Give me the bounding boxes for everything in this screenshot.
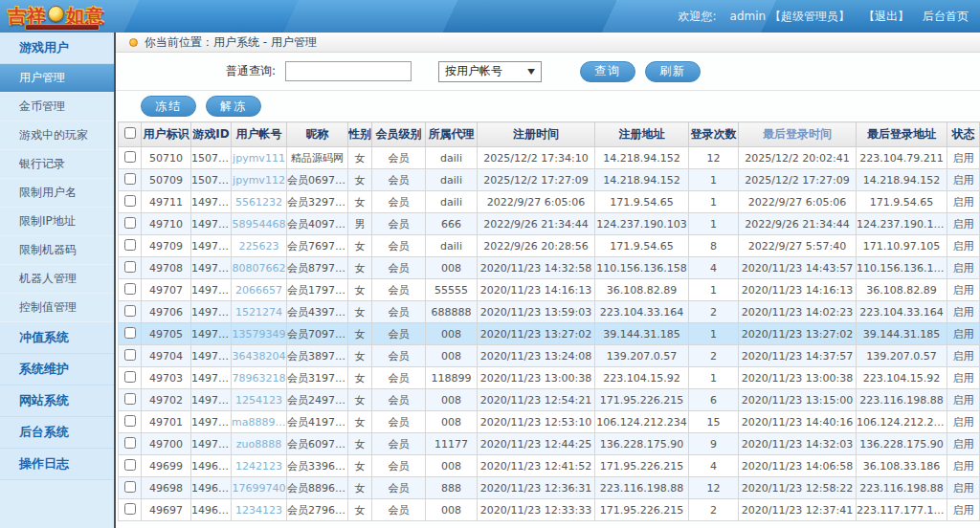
column-header-agent[interactable]: 所属代理 [426,122,478,147]
cell-uid: 49705 [142,323,191,345]
row-checkbox[interactable] [124,415,136,427]
sidebar-group-网站系统[interactable]: 网站系统 [0,385,114,417]
sidebar-item-控制值管理[interactable]: 控制值管理 [0,294,114,322]
cell-check[interactable] [119,433,142,455]
sidebar-item-限制IP地址[interactable]: 限制IP地址 [0,208,114,236]
cell-check[interactable] [119,213,142,235]
row-checkbox[interactable] [124,261,136,273]
cell-check[interactable] [119,411,142,433]
cell-check[interactable] [119,191,142,213]
row-checkbox[interactable] [124,195,136,207]
row-checkbox[interactable] [124,173,136,185]
search-button[interactable]: 查询 [580,61,635,82]
cell-check[interactable] [119,235,142,257]
sidebar-group-冲值系统[interactable]: 冲值系统 [0,322,114,354]
cell-check[interactable] [119,345,142,367]
cell-account[interactable]: zuo8888 [232,433,287,455]
cell-check[interactable] [119,279,142,301]
row-checkbox[interactable] [124,459,136,471]
cell-check[interactable] [119,301,142,323]
row-checkbox[interactable] [124,283,136,295]
batch-actions: 冻结 解冻 [116,94,980,119]
row-checkbox[interactable] [124,349,136,361]
sidebar-item-限制机器码[interactable]: 限制机器码 [0,236,114,265]
cell-check[interactable] [119,499,142,521]
sidebar-item-机器人管理[interactable]: 机器人管理 [0,265,114,294]
cell-account[interactable]: 225623 [232,235,287,257]
backstage-home-link[interactable]: 后台首页 [923,9,969,25]
cell-check[interactable] [119,455,142,477]
cell-check[interactable] [119,147,142,169]
cell-account[interactable]: 78963218 [232,367,287,389]
sidebar-group-后台系统[interactable]: 后台系统 [0,417,114,449]
refresh-button[interactable]: 刷新 [645,61,701,82]
logout-link[interactable]: 【退出】 [863,9,909,25]
column-header-loginCount[interactable]: 登录次数 [689,122,739,147]
cell-gameId: 149699 [191,455,232,477]
cell-account[interactable]: 80807662 [232,257,287,279]
unfreeze-button[interactable]: 解冻 [206,96,261,117]
row-checkbox[interactable] [124,393,136,405]
cell-check[interactable] [119,257,142,279]
row-checkbox[interactable] [124,217,136,229]
column-header-gender[interactable]: 性别 [348,122,372,147]
cell-gameId: 149709 [191,235,232,257]
cell-loginCount: 1 [689,213,739,235]
cell-nickname: 精品源码网 [287,147,348,169]
row-checkbox[interactable] [124,481,136,493]
column-header-level[interactable]: 会员级别 [372,122,426,147]
column-header-regAddr[interactable]: 注册地址 [595,122,689,147]
cell-account[interactable]: 5561232 [232,191,287,213]
cell-account[interactable]: 17699740 [232,477,287,499]
cell-check[interactable] [119,477,142,499]
column-header-account[interactable]: 用户帐号 [232,122,287,147]
cell-account[interactable]: jpymv111 [232,147,287,169]
column-header-lastTime[interactable]: 最后登录时间 [739,122,857,147]
row-checkbox[interactable] [124,371,136,383]
column-header-regTime[interactable]: 注册时间 [478,122,595,147]
column-header-nickname[interactable]: 昵称 [287,122,348,147]
cell-account[interactable]: 58954468 [232,213,287,235]
sidebar-item-银行记录[interactable]: 银行记录 [0,150,114,179]
column-header-gameId[interactable]: 游戏ID [191,122,232,147]
cell-account[interactable]: 36438204 [232,345,287,367]
topbar-user-area: 欢迎您: admin 【超级管理员】 【退出】 后台首页 [679,0,969,33]
query-input[interactable] [285,61,412,81]
sidebar-group-操作日志[interactable]: 操作日志 [0,449,114,480]
cell-account[interactable]: ma888999 [232,411,287,433]
sidebar-group-游戏用户[interactable]: 游戏用户 [0,33,114,64]
cell-gender: 女 [348,345,372,367]
sidebar-group-系统维护[interactable]: 系统维护 [0,354,114,385]
cell-account[interactable]: 1521274 [232,301,287,323]
sidebar-item-用户管理[interactable]: 用户管理 [0,64,114,93]
row-checkbox[interactable] [124,151,136,163]
cell-account[interactable]: 2066657 [232,279,287,301]
row-checkbox[interactable] [124,503,136,515]
row-checkbox[interactable] [124,327,136,339]
sidebar-item-限制用户名[interactable]: 限制用户名 [0,179,114,208]
cell-check[interactable] [119,169,142,191]
column-header-status[interactable]: 状态 [947,122,980,147]
column-header-uid[interactable]: 用户标识 [142,122,191,147]
freeze-button[interactable]: 冻结 [141,96,196,117]
cell-account[interactable]: jpymv112 [232,169,287,191]
cell-gender: 女 [348,323,372,345]
cell-account[interactable]: 13579349 [232,323,287,345]
cell-check[interactable] [119,323,142,345]
column-header-lastAddr[interactable]: 最后登录地址 [857,122,947,147]
cell-check[interactable] [119,367,142,389]
sidebar-item-金币管理[interactable]: 金币管理 [0,93,114,121]
table-row: 4970414970436438204会员389704女会员0082020/11… [119,345,980,367]
select-all-checkbox[interactable] [124,127,136,139]
column-header-check[interactable] [119,122,142,147]
sidebar-item-游戏中的玩家[interactable]: 游戏中的玩家 [0,121,114,150]
row-checkbox[interactable] [124,239,136,251]
cell-account[interactable]: 1234123 [232,499,287,521]
table-row: 4970514970513579349会员709705女会员0082020/11… [119,323,980,345]
cell-check[interactable] [119,389,142,411]
query-type-select[interactable]: 按用户帐号 ▼ [438,61,542,82]
row-checkbox[interactable] [124,437,136,449]
cell-account[interactable]: 1242123 [232,455,287,477]
cell-account[interactable]: 1254123 [232,389,287,411]
row-checkbox[interactable] [124,305,136,317]
